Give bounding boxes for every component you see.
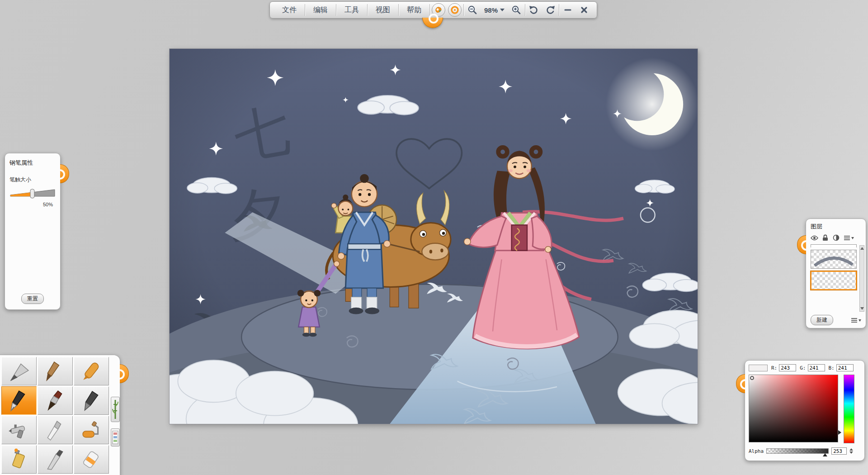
menu-pod-handle[interactable] [422, 18, 443, 28]
menu-edit[interactable]: 编辑 [306, 2, 335, 18]
tool-painting-knife[interactable] [38, 445, 73, 474]
layer-thumbnail-paint-selected[interactable] [811, 271, 857, 290]
layers-panel-pod-handle[interactable] [797, 235, 806, 254]
scroll-up-arrow-icon[interactable] [860, 247, 864, 250]
svg-text:七: 七 [229, 96, 295, 170]
target-pod-icon [450, 5, 459, 14]
pen-panel-pod-handle[interactable] [60, 164, 69, 183]
close-button[interactable] [576, 3, 592, 17]
redo-button[interactable] [542, 3, 558, 17]
tool-paint-tube[interactable] [1, 445, 37, 474]
tool-palette-knife[interactable] [38, 416, 73, 444]
hue-slider[interactable] [844, 375, 854, 443]
separator [305, 4, 305, 16]
zoom-level-dropdown[interactable]: 98% [481, 6, 508, 14]
blue-input[interactable] [836, 364, 854, 371]
undo-icon [528, 5, 539, 15]
separator [559, 4, 559, 16]
layers-toolbar [811, 234, 862, 242]
layers-scrollbar[interactable] [859, 245, 864, 312]
zoom-in-icon [511, 5, 521, 15]
toolbar: 文件 编辑 工具 视图 帮助 [269, 1, 597, 19]
crescent-moon [606, 58, 698, 151]
paper-presets-button[interactable] [111, 428, 120, 446]
separator [398, 4, 399, 16]
tool-watercolor-brush[interactable] [38, 357, 73, 385]
oil-brush-icon [44, 390, 66, 412]
blue-label: B: [829, 365, 835, 371]
layer-options-menu[interactable] [843, 234, 855, 242]
layers-footer: 新建 [811, 315, 862, 325]
green-input[interactable] [808, 364, 825, 371]
separator [525, 4, 525, 16]
layer-sketch-preview [811, 250, 856, 268]
pen-properties-panel: 钢笔属性 笔触大小 50% 重置 [5, 153, 61, 310]
separator [336, 4, 336, 16]
tool-grid [0, 355, 120, 475]
artwork-qixi-painting: 七 夕 [170, 49, 698, 424]
menu-tools[interactable]: 工具 [337, 2, 367, 18]
palette-knife-icon [44, 419, 66, 442]
new-layer-button[interactable]: 新建 [811, 315, 833, 325]
brush-size-label: 笔触大小 [9, 176, 56, 184]
layer-visibility-button[interactable] [811, 234, 818, 242]
spin-down-icon[interactable] [849, 451, 853, 454]
layer-thumbnail-sketch[interactable] [811, 250, 857, 269]
zoom-in-button[interactable] [508, 3, 524, 17]
minimize-icon [563, 5, 572, 14]
pencil-icon [8, 360, 30, 383]
tool-presets-button[interactable] [111, 397, 120, 422]
scroll-down-arrow-icon[interactable] [860, 307, 864, 310]
tool-airbrush[interactable] [1, 416, 37, 444]
tools-panel-pod-handle[interactable] [120, 364, 129, 383]
minimize-button[interactable] [560, 3, 576, 17]
crayon-icon [80, 360, 103, 383]
alpha-slider[interactable] [766, 448, 829, 454]
tool-ink-pen[interactable] [1, 386, 37, 415]
painting-knife-icon [44, 448, 66, 471]
alpha-spinner[interactable] [849, 448, 853, 454]
palette-pod-icon [434, 5, 443, 14]
layer-thumbnail-partial[interactable] [811, 244, 857, 247]
menu-help[interactable]: 帮助 [399, 2, 429, 18]
eye-icon [811, 235, 818, 241]
undo-button[interactable] [526, 3, 542, 17]
red-input[interactable] [779, 364, 796, 371]
bamboo-icon [112, 399, 118, 420]
contrast-icon [833, 234, 840, 241]
layer-blend-button[interactable] [832, 234, 840, 242]
menu-list-icon [844, 235, 854, 241]
zoom-out-button[interactable] [464, 3, 481, 17]
painting-canvas[interactable]: 七 夕 [170, 49, 698, 424]
eraser-icon [80, 448, 103, 471]
menu-file[interactable]: 文件 [274, 2, 304, 18]
tool-crayon[interactable] [74, 357, 109, 385]
alpha-label: Alpha [749, 448, 764, 454]
separator [367, 4, 368, 16]
layer-lock-button[interactable] [821, 234, 829, 242]
brush-size-slider[interactable] [9, 187, 56, 199]
reset-button[interactable]: 重置 [21, 294, 44, 304]
paint-tube-icon [8, 448, 30, 471]
menu-view[interactable]: 视图 [368, 2, 398, 18]
alpha-row: Alpha [749, 447, 861, 455]
value-marker-icon [838, 430, 841, 435]
tool-paint-roller[interactable] [74, 416, 109, 444]
spin-up-icon[interactable] [849, 448, 853, 451]
artrage-workspace: 文件 编辑 工具 视图 帮助 [0, 0, 868, 475]
saturation-value-picker[interactable] [749, 375, 838, 442]
color-panel-pod-handle[interactable] [736, 374, 745, 393]
alpha-input[interactable] [831, 447, 847, 455]
color-position-marker [750, 376, 754, 380]
close-icon [580, 5, 589, 14]
tracing-button[interactable] [448, 3, 462, 17]
menu-list-icon [851, 317, 862, 323]
pen-panel-title: 钢笔属性 [9, 159, 56, 167]
tool-oil-brush[interactable] [38, 386, 73, 415]
layers-menu-button[interactable] [850, 316, 862, 324]
tool-eraser[interactable] [74, 445, 109, 474]
rgb-row: R: G: B: [749, 364, 861, 371]
tool-pencil[interactable] [1, 357, 37, 385]
tool-felt-pen[interactable] [74, 386, 109, 415]
separator [429, 4, 430, 16]
